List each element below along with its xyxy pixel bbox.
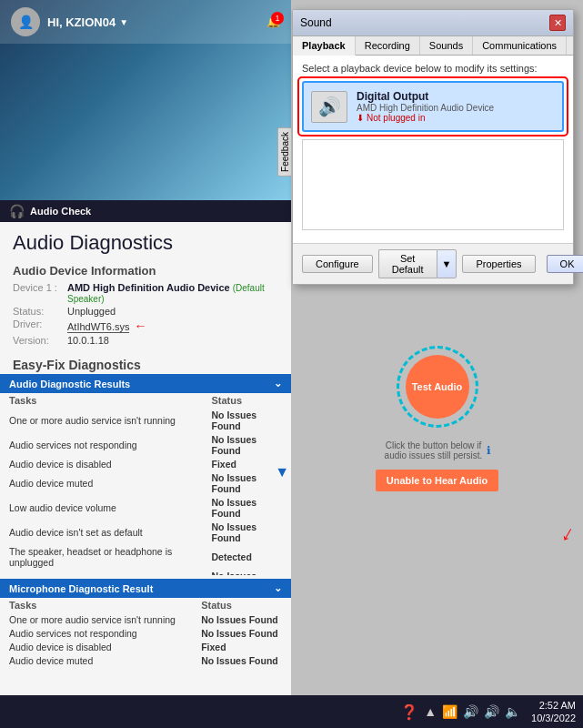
taskbar-up-icon: ▲ [424,704,437,719]
status-cell: No Issues Found [203,408,292,432]
task-cell: The speaker, headset or headphone is unp… [0,544,203,569]
table-row: Audio device is disabledFixed [0,457,291,470]
username-label: HI, KZION04 [47,15,116,29]
easy-fix-title: Easy-Fix Diagnostics [0,354,291,374]
status-cell: No Issues Found [203,495,292,520]
set-default-group: Set Default ▼ [378,249,457,278]
set-default-button[interactable]: Set Default [378,249,437,278]
table-row: Low audio device volumeNo Issues Found [0,495,291,520]
device-details-status: ⬇ Not plugged in [357,113,555,123]
background-window: 👤 HI, KZION04 ▼ 🔔 Feedback 🎧 Audio Check… [0,0,291,728]
info-icon: ℹ [487,444,491,457]
test-audio-panel: Test Audio Click the button below if aud… [309,346,565,491]
taskbar-alert-icon[interactable]: 🔈 [505,704,520,719]
mic-task-cell: Audio services not responding [0,626,192,640]
mic-status-cell: No Issues Found [192,653,291,667]
mic-status-cell: No Issues Found [192,612,291,626]
tab-recording[interactable]: Recording [356,36,420,55]
device-details-sub: AMD High Definition Audio Device [357,103,555,113]
col-tasks: Tasks [0,393,203,408]
feedback-tab[interactable]: Feedback [277,127,291,177]
set-default-arrow-button[interactable]: ▼ [437,249,457,278]
audio-diag-header: Audio Diagnostic Results ⌄ [0,374,291,393]
headphone-icon: 🎧 [9,204,25,218]
audio-circle: Test Audio [397,346,478,428]
table-row: Audio device mutedNo Issues Found [0,470,291,495]
not-plugged-icon: ⬇ [357,113,364,123]
dialog-close-button[interactable]: ✕ [549,15,566,31]
bg-header: 👤 HI, KZION04 ▼ 🔔 Feedback [0,0,291,200]
avatar: 👤 [11,7,40,36]
table-row: Audio device is disabledFixed [0,640,291,653]
click-instruction: Click the button below if audio issues s… [384,440,484,460]
table-row: Audio device isn't set as defaultNo Issu… [0,520,291,544]
task-cell: Audio device muted [0,470,203,495]
status-cell: Detected [203,544,292,569]
notification-icon[interactable]: 🔔 [266,15,280,28]
unable-to-hear-button[interactable]: Unable to Hear Audio [376,470,498,491]
status-cell: No Issues Found [203,520,292,544]
tab-communications[interactable]: Communications [473,36,567,55]
device-status-text: Not plugged in [367,113,426,123]
configure-button[interactable]: Configure [302,255,373,273]
mic-col-tasks: Tasks [0,598,192,612]
red-arrow-annotation-2: ↓ [558,520,579,547]
dialog-titlebar: Sound ✕ [293,10,573,36]
ok-button[interactable]: OK [547,255,583,273]
device-details-name: Digital Output [357,90,555,103]
device-item[interactable]: 🔊 Digital Output AMD High Definition Aud… [302,81,564,132]
help-icon[interactable]: ❓ [400,703,418,721]
label-device: Device 1 : [13,281,67,305]
test-audio-button[interactable]: Test Audio [406,355,469,419]
device-item-wrapper: 🔊 Digital Output AMD High Definition Aud… [302,81,564,132]
col-status: Status [203,393,292,408]
mic-diag-table: Tasks Status One or more audio service i… [0,598,291,667]
mic-collapse-icon[interactable]: ⌄ [274,582,282,594]
tab-sounds[interactable]: Sounds [420,36,473,55]
collapse-icon[interactable]: ⌄ [274,378,282,389]
status-value: Unplugged [67,305,278,318]
dialog-tabs: Playback Recording Sounds Communications [293,36,573,56]
device-list-area [302,139,564,230]
label-status: Status: [13,305,67,318]
ok-cancel-group: OK Cancel Apply [547,255,583,273]
user-bar: 👤 HI, KZION04 ▼ 🔔 [0,0,291,44]
audio-diag-table-container: Tasks Status One or more audio service i… [0,393,291,575]
label-driver: Driver: [13,318,67,334]
task-cell: One or more audio service isn't running [0,408,203,432]
audio-diag-table: Tasks Status One or more audio service i… [0,393,291,575]
audio-check-bar: 🎧 Audio Check [0,200,291,222]
tab-playback[interactable]: Playback [293,36,356,56]
red-arrow-annotation: ← [135,318,147,333]
mic-task-cell: One or more audio service isn't running [0,612,192,626]
mic-task-cell: Audio device muted [0,653,192,667]
taskbar: ❓ ▲ 📶 🔊 🔊 🔈 2:52 AM 10/3/2022 [0,695,583,728]
mic-diag-header: Microphone Diagnostic Result ⌄ [0,579,291,598]
audio-panel: 🎧 Audio Check Audio Diagnostics Audio De… [0,200,291,728]
properties-button[interactable]: Properties [462,255,535,273]
taskbar-network-icon[interactable]: 📶 [442,704,457,719]
taskbar-volume-icon[interactable]: 🔊 [484,704,499,719]
audio-diag-label: Audio Diagnostic Results [9,379,130,389]
mic-diag-label: Microphone Diagnostic Result [9,583,153,594]
task-cell: Audio device is disabled [0,457,203,470]
mic-status-cell: No Issues Found [192,626,291,640]
scroll-down-icon[interactable]: ▼ [275,464,289,480]
dialog-instruction: Select a playback device below to modify… [302,63,564,74]
table-row: The speaker, headset or headphone is unp… [0,544,291,569]
device-info-table: Device 1 : AMD High Definition Audio Dev… [0,279,291,354]
table-row: One or more audio service isn't runningN… [0,408,291,432]
device-name: AMD High Definition Audio Device [67,282,230,293]
driver-value: AtIhdWT6.sys [67,321,129,333]
label-version: Version: [13,334,67,347]
device-info-title: Audio Device Information [0,258,291,279]
task-cell: Low audio device volume [0,495,203,520]
device-details: Digital Output AMD High Definition Audio… [357,90,555,123]
task-cell: Audio enhancements didn't load [0,569,203,575]
clock-date: 10/3/2022 [531,712,576,724]
username-dropdown-icon[interactable]: ▼ [119,17,128,27]
status-cell: No Issues Found [203,569,292,575]
status-cell: No Issues Found [203,432,292,457]
taskbar-wifi-icon[interactable]: 🔊 [463,704,478,719]
task-cell: Audio services not responding [0,432,203,457]
